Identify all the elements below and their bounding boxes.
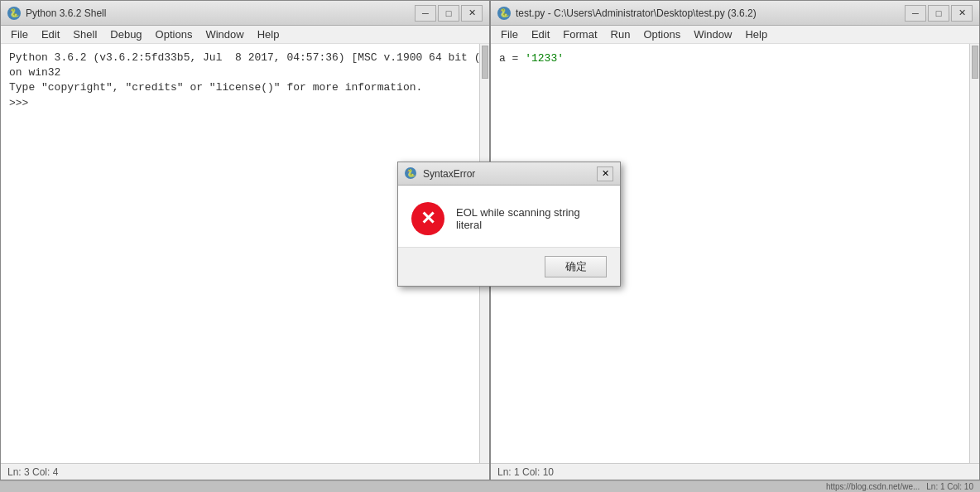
dialog-overlay: 🐍 SyntaxError ✕ ✕ EOL while scanning str… bbox=[0, 0, 980, 492]
dialog-body: ✕ EOL while scanning string literal bbox=[398, 186, 620, 247]
dialog-footer: 确定 bbox=[398, 247, 620, 286]
dialog-title-bar: 🐍 SyntaxError ✕ bbox=[398, 162, 620, 186]
desktop: 🐍 Python 3.6.2 Shell ─ □ ✕ File Edit She… bbox=[0, 0, 980, 492]
dialog-message-text: EOL while scanning string literal bbox=[456, 206, 607, 231]
dialog-title-text: SyntaxError bbox=[423, 168, 597, 180]
error-icon: ✕ bbox=[411, 202, 444, 235]
dialog-close-btn[interactable]: ✕ bbox=[597, 166, 613, 181]
dialog-icon: 🐍 bbox=[405, 167, 418, 181]
syntax-error-dialog: 🐍 SyntaxError ✕ ✕ EOL while scanning str… bbox=[397, 162, 621, 287]
dialog-ok-button[interactable]: 确定 bbox=[545, 256, 607, 277]
dialog-python-icon: 🐍 bbox=[405, 167, 416, 179]
error-x-symbol: ✕ bbox=[420, 210, 435, 228]
